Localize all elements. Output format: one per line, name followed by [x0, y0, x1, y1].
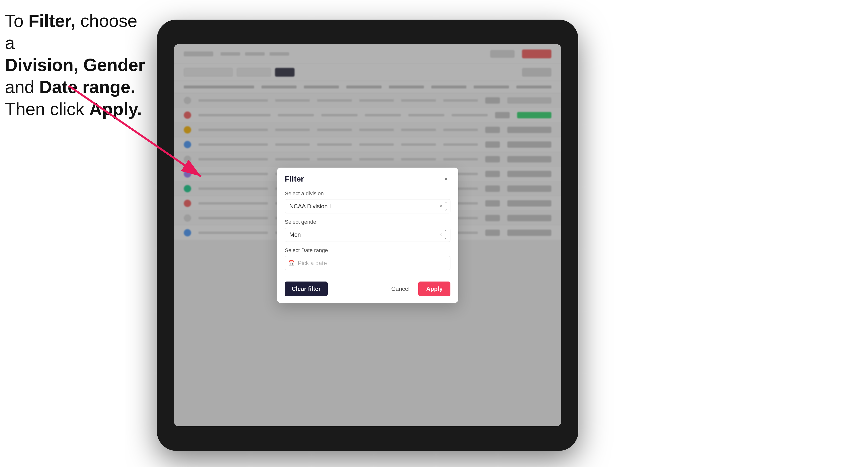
- apply-button[interactable]: Apply: [418, 282, 451, 296]
- instruction-line3: and Date range.: [5, 77, 135, 97]
- calendar-icon: 📅: [288, 260, 295, 266]
- date-input[interactable]: Pick a date: [285, 256, 451, 270]
- gender-select-wrapper: Men × ⌃⌄: [285, 228, 451, 242]
- modal-close-button[interactable]: ×: [442, 175, 451, 183]
- instruction-line1: To Filter, choose a: [5, 11, 137, 53]
- date-input-wrapper: 📅 Pick a date: [285, 256, 451, 270]
- division-select-wrapper: NCAA Division I × ⌃⌄: [285, 199, 451, 213]
- gender-label: Select gender: [285, 219, 451, 225]
- date-label: Select Date range: [285, 247, 451, 254]
- division-label: Select a division: [285, 190, 451, 197]
- date-form-group: Select Date range 📅 Pick a date: [285, 247, 451, 270]
- division-chevron-icon[interactable]: ⌃⌄: [444, 201, 447, 212]
- gender-clear-icon[interactable]: ×: [439, 232, 442, 238]
- modal-title: Filter: [285, 175, 304, 184]
- filter-modal: Filter × Select a division NCAA Division…: [277, 167, 458, 303]
- division-form-group: Select a division NCAA Division I × ⌃⌄: [285, 190, 451, 213]
- instruction-line4: Then click Apply.: [5, 99, 142, 119]
- division-value: NCAA Division I: [289, 203, 331, 210]
- gender-select-icons: × ⌃⌄: [439, 229, 447, 240]
- division-select[interactable]: NCAA Division I: [285, 199, 451, 213]
- date-placeholder: Pick a date: [298, 260, 327, 267]
- gender-select[interactable]: Men: [285, 228, 451, 242]
- instruction-text: To Filter, choose a Division, Gender and…: [5, 10, 147, 120]
- instruction-bold-division: Division, Gender: [5, 55, 145, 75]
- gender-chevron-icon[interactable]: ⌃⌄: [444, 229, 447, 240]
- modal-overlay: Filter × Select a division NCAA Division…: [174, 44, 561, 426]
- footer-right: Cancel Apply: [386, 282, 451, 296]
- tablet-screen: Filter × Select a division NCAA Division…: [174, 44, 561, 426]
- modal-body: Select a division NCAA Division I × ⌃⌄: [277, 188, 458, 282]
- clear-filter-button[interactable]: Clear filter: [285, 282, 328, 296]
- tablet-device: Filter × Select a division NCAA Division…: [157, 20, 578, 451]
- close-icon: ×: [444, 176, 448, 182]
- division-select-icons: × ⌃⌄: [439, 201, 447, 212]
- gender-value: Men: [289, 231, 301, 238]
- modal-footer: Clear filter Cancel Apply: [277, 282, 458, 303]
- gender-form-group: Select gender Men × ⌃⌄: [285, 219, 451, 242]
- division-clear-icon[interactable]: ×: [439, 204, 442, 209]
- cancel-button[interactable]: Cancel: [386, 282, 415, 296]
- modal-header: Filter ×: [277, 167, 458, 188]
